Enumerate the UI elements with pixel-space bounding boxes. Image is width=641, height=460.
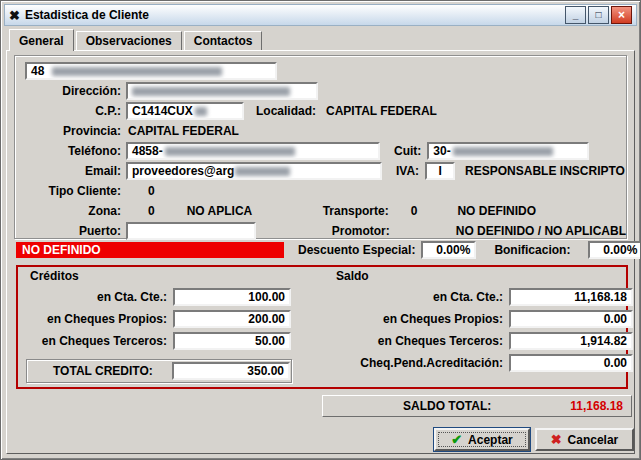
client-statistics-dialog: ✖ Estadistica de Cliente _ □ × General O… (0, 0, 641, 460)
telefono-value: 4858- (132, 144, 163, 158)
tipo-cliente-row: Tipo Cliente: 0 (15, 181, 626, 201)
email-iva-row: Email: proveedores@arg IVA: I RESPONSABL… (15, 161, 626, 181)
saldo-row-label: Cheq.Pend.Acreditación: (318, 356, 509, 370)
zona-value: 0 (148, 204, 155, 218)
client-code-input[interactable]: 48 (25, 62, 277, 80)
saldo-total-panel: SALDO TOTAL: 11,168.18 (322, 395, 632, 417)
saldo-cheq-pend-value: 0.00 (604, 356, 627, 370)
transporte-label: Transporte: (309, 204, 389, 218)
zona-description: NO APLICA (187, 204, 309, 218)
client-code-row: 48 (15, 61, 626, 81)
minimize-button[interactable]: _ (565, 6, 586, 24)
app-icon: ✖ (9, 9, 20, 22)
check-icon: ✔ (451, 432, 462, 447)
saldo-total-label: SALDO TOTAL: (403, 399, 491, 413)
redacted-cp (195, 107, 207, 116)
creditos-row-label: en Cheques Terceros: (22, 334, 173, 348)
tab-general[interactable]: General (9, 29, 74, 51)
email-label: Email: (21, 164, 126, 178)
puerto-promotor-row: Puerto: Promotor: NO DEFINIDO / NO APLIC… (15, 221, 626, 241)
descuento-label: Descuento Especial: (298, 243, 415, 257)
creditos-cta-cte-value: 100.00 (248, 290, 285, 304)
iva-code-input[interactable]: I (425, 162, 455, 180)
creditos-cheques-terceros-value: 50.00 (255, 334, 285, 348)
saldo-cta-cte-field: 11,168.18 (509, 288, 633, 306)
provincia-value: CAPITAL FEDERAL (128, 124, 239, 138)
email-value: proveedores@arg (132, 164, 234, 178)
cp-label: C.P.: (21, 104, 126, 118)
creditos-row: en Cheques Propios: 200.00 (22, 309, 291, 329)
cp-value: C1414CUX (132, 104, 193, 118)
client-code-value: 48 (31, 64, 44, 78)
status-banner: NO DEFINIDO (16, 242, 284, 258)
zona-transporte-row: Zona: 0 NO APLICA Transporte: 0 NO DEFIN… (15, 201, 626, 221)
direccion-row: Dirección: (15, 81, 626, 101)
transporte-description: NO DEFINIDO (457, 204, 536, 218)
email-input[interactable]: proveedores@arg (126, 162, 382, 180)
total-credito-value: 350.00 (247, 364, 284, 378)
localidad-value: CAPITAL FEDERAL (326, 104, 437, 118)
creditos-row-label: en Cheques Propios: (22, 312, 173, 326)
bonificacion-field: 0.00% (588, 241, 641, 259)
telefono-input[interactable]: 4858- (126, 142, 380, 160)
saldo-title: Saldo (336, 269, 369, 283)
total-credito-label: TOTAL CREDITO: (27, 364, 172, 378)
creditos-row: en Cheques Terceros: 50.00 (22, 331, 291, 351)
window-controls: _ □ × (565, 6, 632, 24)
cp-localidad-row: C.P.: C1414CUX Localidad: CAPITAL FEDERA… (15, 101, 626, 121)
telefono-label: Teléfono: (21, 144, 126, 158)
cancelar-label: Cancelar (568, 433, 619, 447)
descuento-field: 0.00% (421, 241, 476, 259)
puerto-input[interactable] (126, 222, 256, 240)
aceptar-label: Aceptar (468, 433, 513, 447)
creditos-row: en Cta. Cte.: 100.00 (22, 287, 291, 307)
tab-contactos[interactable]: Contactos (184, 31, 263, 50)
saldo-total-value: 11,168.18 (570, 399, 623, 413)
cuit-label: Cuit: (394, 144, 421, 158)
saldo-cheques-terceros-field: 1,914.82 (509, 332, 633, 350)
redacted-telefono (165, 147, 295, 156)
direccion-label: Dirección: (21, 84, 126, 98)
saldo-row: Cheq.Pend.Acreditación: 0.00 (318, 353, 633, 373)
close-button[interactable]: × (611, 6, 632, 24)
cuit-input[interactable]: 30- (427, 142, 589, 160)
provincia-label: Provincia: (21, 124, 126, 138)
window-title: Estadistica de Cliente (25, 8, 149, 22)
bonificacion-value: 0.00% (603, 243, 637, 257)
provincia-row: Provincia: CAPITAL FEDERAL (15, 121, 626, 141)
localidad-label: Localidad: (256, 104, 316, 118)
title-bar[interactable]: ✖ Estadistica de Cliente _ □ × (4, 4, 637, 26)
saldo-row-label: en Cheques Terceros: (318, 334, 509, 348)
redacted-direccion (132, 87, 290, 96)
saldo-cheques-propios-field: 0.00 (509, 310, 633, 328)
tab-strip: General Observaciones Contactos (9, 29, 264, 50)
creditos-cheques-terceros-field: 50.00 (173, 332, 291, 350)
promotor-label: Promotor: (306, 224, 390, 238)
puerto-label: Puerto: (21, 224, 126, 238)
telefono-cuit-row: Teléfono: 4858- Cuit: 30- (15, 141, 626, 161)
status-banner-row: NO DEFINIDO Descuento Especial: 0.00% Bo… (16, 241, 625, 259)
creditos-cta-cte-field: 100.00 (173, 288, 291, 306)
saldo-row-label: en Cheques Propios: (318, 312, 509, 326)
cp-input[interactable]: C1414CUX (126, 102, 244, 120)
saldo-cta-cte-value: 11,168.18 (574, 290, 627, 304)
client-info-panel: 48 Dirección: C.P.: C1414CUX Localidad: … (14, 55, 627, 239)
direccion-input[interactable] (126, 82, 318, 100)
iva-label: IVA: (396, 164, 419, 178)
total-credito-field: 350.00 (172, 362, 290, 380)
maximize-button[interactable]: □ (588, 6, 609, 24)
tab-observaciones[interactable]: Observaciones (76, 31, 182, 50)
aceptar-button[interactable]: ✔ Aceptar (434, 428, 530, 451)
saldo-row: en Cta. Cte.: 11,168.18 (318, 287, 633, 307)
iva-description: RESPONSABLE INSCRIPTO (465, 164, 625, 178)
total-credito-panel: TOTAL CREDITO: 350.00 (26, 359, 292, 383)
saldo-cheques-terceros-value: 1,914.82 (580, 334, 627, 348)
cancelar-button[interactable]: ✖ Cancelar (535, 428, 634, 451)
saldo-row: en Cheques Terceros: 1,914.82 (318, 331, 633, 351)
creditos-cheques-propios-value: 200.00 (248, 312, 285, 326)
tipo-cliente-value: 0 (148, 184, 155, 198)
redacted-client-name (52, 67, 222, 76)
creditos-row-label: en Cta. Cte.: (22, 290, 173, 304)
x-icon: ✖ (551, 432, 562, 447)
creditos-saldo-groupbox: Créditos Saldo en Cta. Cte.: 100.00 en C… (16, 265, 628, 389)
